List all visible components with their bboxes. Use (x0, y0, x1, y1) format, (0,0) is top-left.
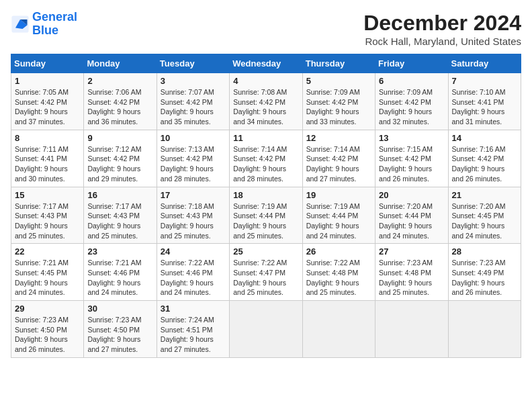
day-info: Sunrise: 7:14 AMSunset: 4:42 PMDaylight:… (306, 145, 360, 183)
day-number: 4 (233, 76, 298, 86)
day-cell: 18 Sunrise: 7:19 AMSunset: 4:44 PMDaylig… (230, 187, 302, 244)
day-cell: 4 Sunrise: 7:08 AMSunset: 4:42 PMDayligh… (230, 73, 302, 130)
day-cell: 3 Sunrise: 7:07 AMSunset: 4:42 PMDayligh… (157, 73, 229, 130)
day-info: Sunrise: 7:10 AMSunset: 4:41 PMDaylight:… (452, 88, 506, 126)
day-cell: 9 Sunrise: 7:12 AMSunset: 4:42 PMDayligh… (84, 130, 157, 187)
day-info: Sunrise: 7:07 AMSunset: 4:42 PMDaylight:… (161, 88, 214, 126)
day-cell: 19 Sunrise: 7:19 AMSunset: 4:44 PMDaylig… (302, 187, 375, 244)
day-number: 7 (452, 76, 517, 86)
day-number: 10 (161, 133, 226, 143)
day-info: Sunrise: 7:23 AMSunset: 4:49 PMDaylight:… (452, 259, 506, 296)
week-row-3: 15 Sunrise: 7:17 AMSunset: 4:43 PMDaylig… (11, 187, 521, 244)
day-cell: 29 Sunrise: 7:23 AMSunset: 4:50 PMDaylig… (11, 301, 84, 358)
day-cell: 24 Sunrise: 7:22 AMSunset: 4:46 PMDaylig… (157, 244, 229, 301)
day-number: 17 (161, 190, 226, 200)
day-number: 6 (379, 76, 444, 86)
logo-line1: General (32, 10, 77, 24)
day-info: Sunrise: 7:23 AMSunset: 4:50 PMDaylight:… (87, 316, 141, 353)
day-number: 25 (233, 246, 298, 257)
day-number: 28 (452, 246, 517, 257)
day-cell (375, 301, 448, 358)
day-number: 9 (87, 133, 152, 143)
day-info: Sunrise: 7:23 AMSunset: 4:48 PMDaylight:… (379, 259, 433, 296)
day-info: Sunrise: 7:17 AMSunset: 4:43 PMDaylight:… (87, 202, 141, 240)
day-info: Sunrise: 7:23 AMSunset: 4:50 PMDaylight:… (15, 316, 69, 353)
day-number: 23 (87, 246, 152, 257)
day-info: Sunrise: 7:09 AMSunset: 4:42 PMDaylight:… (306, 88, 360, 126)
day-number: 24 (161, 246, 226, 257)
day-info: Sunrise: 7:19 AMSunset: 4:44 PMDaylight:… (306, 202, 360, 240)
day-info: Sunrise: 7:22 AMSunset: 4:47 PMDaylight:… (233, 259, 287, 296)
day-number: 8 (15, 133, 80, 143)
day-info: Sunrise: 7:22 AMSunset: 4:46 PMDaylight:… (161, 259, 214, 296)
header-cell-monday: Monday (84, 54, 157, 73)
day-info: Sunrise: 7:05 AMSunset: 4:42 PMDaylight:… (15, 88, 69, 126)
day-cell: 13 Sunrise: 7:15 AMSunset: 4:42 PMDaylig… (375, 130, 448, 187)
day-number: 5 (306, 76, 371, 86)
day-cell: 6 Sunrise: 7:09 AMSunset: 4:42 PMDayligh… (375, 73, 448, 130)
day-number: 22 (15, 246, 80, 257)
calendar-body: 1 Sunrise: 7:05 AMSunset: 4:42 PMDayligh… (11, 73, 521, 358)
day-number: 12 (306, 133, 371, 143)
day-cell: 20 Sunrise: 7:20 AMSunset: 4:44 PMDaylig… (375, 187, 448, 244)
day-number: 3 (161, 76, 226, 86)
day-cell: 8 Sunrise: 7:11 AMSunset: 4:41 PMDayligh… (11, 130, 84, 187)
day-number: 21 (452, 190, 517, 200)
header-cell-thursday: Thursday (302, 54, 375, 73)
day-info: Sunrise: 7:21 AMSunset: 4:45 PMDaylight:… (15, 259, 69, 296)
day-info: Sunrise: 7:17 AMSunset: 4:43 PMDaylight:… (15, 202, 69, 240)
day-number: 11 (233, 133, 298, 143)
day-number: 19 (306, 190, 371, 200)
header-cell-wednesday: Wednesday (230, 54, 302, 73)
logo-icon (11, 15, 30, 34)
day-cell (230, 301, 302, 358)
logo-text: General Blue (32, 11, 77, 38)
day-number: 30 (87, 304, 152, 314)
week-row-4: 22 Sunrise: 7:21 AMSunset: 4:45 PMDaylig… (11, 244, 521, 301)
day-cell: 25 Sunrise: 7:22 AMSunset: 4:47 PMDaylig… (230, 244, 302, 301)
day-number: 20 (379, 190, 444, 200)
day-cell: 27 Sunrise: 7:23 AMSunset: 4:48 PMDaylig… (375, 244, 448, 301)
day-info: Sunrise: 7:08 AMSunset: 4:42 PMDaylight:… (233, 88, 287, 126)
day-info: Sunrise: 7:20 AMSunset: 4:45 PMDaylight:… (452, 202, 506, 240)
day-number: 2 (87, 76, 152, 86)
header-cell-tuesday: Tuesday (157, 54, 229, 73)
day-info: Sunrise: 7:19 AMSunset: 4:44 PMDaylight:… (233, 202, 287, 240)
logo-line2: Blue (32, 24, 77, 38)
day-cell: 31 Sunrise: 7:24 AMSunset: 4:51 PMDaylig… (157, 301, 229, 358)
day-cell: 21 Sunrise: 7:20 AMSunset: 4:45 PMDaylig… (448, 187, 521, 244)
day-info: Sunrise: 7:20 AMSunset: 4:44 PMDaylight:… (379, 202, 433, 240)
logo: General Blue (11, 11, 77, 38)
day-cell: 7 Sunrise: 7:10 AMSunset: 4:41 PMDayligh… (448, 73, 521, 130)
day-cell: 17 Sunrise: 7:18 AMSunset: 4:43 PMDaylig… (157, 187, 229, 244)
day-info: Sunrise: 7:11 AMSunset: 4:41 PMDaylight:… (15, 145, 69, 183)
day-cell: 26 Sunrise: 7:22 AMSunset: 4:48 PMDaylig… (302, 244, 375, 301)
header-cell-friday: Friday (375, 54, 448, 73)
day-info: Sunrise: 7:16 AMSunset: 4:42 PMDaylight:… (452, 145, 506, 183)
header-cell-sunday: Sunday (11, 54, 84, 73)
day-info: Sunrise: 7:06 AMSunset: 4:42 PMDaylight:… (87, 88, 141, 126)
week-row-2: 8 Sunrise: 7:11 AMSunset: 4:41 PMDayligh… (11, 130, 521, 187)
day-cell: 14 Sunrise: 7:16 AMSunset: 4:42 PMDaylig… (448, 130, 521, 187)
day-info: Sunrise: 7:15 AMSunset: 4:42 PMDaylight:… (379, 145, 433, 183)
day-number: 31 (161, 304, 226, 314)
day-cell: 11 Sunrise: 7:14 AMSunset: 4:42 PMDaylig… (230, 130, 302, 187)
day-number: 29 (15, 304, 80, 314)
day-info: Sunrise: 7:18 AMSunset: 4:43 PMDaylight:… (161, 202, 214, 240)
day-cell: 23 Sunrise: 7:21 AMSunset: 4:46 PMDaylig… (84, 244, 157, 301)
day-number: 13 (379, 133, 444, 143)
day-cell: 12 Sunrise: 7:14 AMSunset: 4:42 PMDaylig… (302, 130, 375, 187)
day-number: 1 (15, 76, 80, 86)
day-info: Sunrise: 7:09 AMSunset: 4:42 PMDaylight:… (379, 88, 433, 126)
day-info: Sunrise: 7:13 AMSunset: 4:42 PMDaylight:… (161, 145, 214, 183)
day-info: Sunrise: 7:24 AMSunset: 4:51 PMDaylight:… (161, 316, 214, 353)
day-cell (448, 301, 521, 358)
day-info: Sunrise: 7:12 AMSunset: 4:42 PMDaylight:… (87, 145, 141, 183)
day-cell: 1 Sunrise: 7:05 AMSunset: 4:42 PMDayligh… (11, 73, 84, 130)
week-row-1: 1 Sunrise: 7:05 AMSunset: 4:42 PMDayligh… (11, 73, 521, 130)
page-subtitle: Rock Hall, Maryland, United States (363, 36, 521, 47)
day-number: 15 (15, 190, 80, 200)
day-cell: 10 Sunrise: 7:13 AMSunset: 4:42 PMDaylig… (157, 130, 229, 187)
calendar-header: SundayMondayTuesdayWednesdayThursdayFrid… (11, 54, 521, 73)
day-cell (302, 301, 375, 358)
